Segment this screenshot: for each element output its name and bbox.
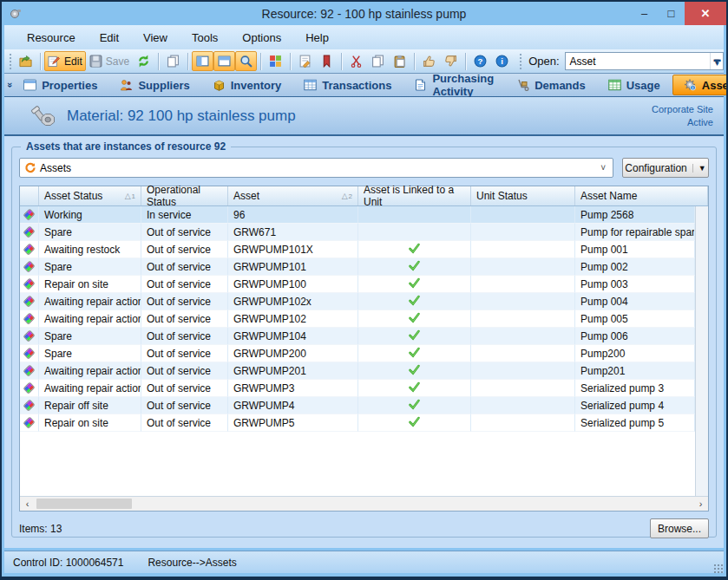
menu-resource[interactable]: Resource (18, 29, 84, 47)
tab-assets[interactable]: iAssets (672, 75, 728, 95)
copy-icon (371, 55, 384, 68)
toolbar: EditSave?i Open: Asset ▼ ▬▼ (4, 49, 724, 73)
zoom-button[interactable] (235, 51, 257, 71)
info-button[interactable]: i (491, 51, 513, 71)
column-header-asset-name[interactable]: Asset Name (575, 186, 708, 205)
table-row[interactable]: WorkingIn service96Pump 2568 (20, 206, 695, 224)
toolbar-separator (414, 53, 415, 70)
tab-demands[interactable]: Demands (506, 75, 596, 95)
column-header-icon[interactable] (20, 186, 39, 205)
column-header-asset-status[interactable]: Asset Status△1 (39, 186, 141, 205)
menu-edit[interactable]: Edit (91, 29, 128, 47)
paste-button[interactable] (389, 51, 410, 71)
bookmark-icon (320, 55, 333, 68)
toolbar-overflow-button[interactable]: ▬▼ (712, 52, 723, 70)
vertical-scrollbar[interactable] (695, 206, 708, 496)
items-count-label: Items: 13 (19, 523, 62, 535)
column-label: Asset Name (580, 190, 637, 202)
table-row[interactable]: SpareOut of serviceGRWPUMP104Pump 006 (20, 328, 695, 345)
view-selector-combobox[interactable]: Assets ˅ (19, 158, 613, 178)
tab-purchasing-activity[interactable]: Purchasing Activity (403, 75, 504, 95)
toolbar-separator (260, 53, 261, 70)
table-row[interactable]: SpareOut of serviceGRWPUMP200Pump200 (20, 345, 695, 362)
chevron-down-icon[interactable]: ▼ (692, 164, 706, 173)
cell-operational-status: Out of service (141, 380, 228, 397)
windows-icon (269, 55, 282, 68)
bookmark-button[interactable] (316, 51, 338, 71)
toolbar-grip-2[interactable] (518, 53, 523, 70)
asset-row-icon-cell (20, 224, 39, 241)
split-vertical-button[interactable] (192, 51, 213, 71)
scroll-left-icon[interactable]: ‹ (20, 499, 35, 509)
tab-label: Purchasing Activity (432, 72, 494, 98)
cell-operational-status: Out of service (141, 414, 228, 432)
close-button[interactable]: ✕ (685, 2, 726, 25)
minimize-button[interactable]: – (631, 2, 658, 25)
table-row[interactable]: Awaiting repair actionOut of serviceGRWP… (20, 310, 695, 328)
table-row[interactable]: Awaiting restockOut of serviceGRWPUMP101… (20, 241, 695, 258)
browse-button[interactable]: Browse... (650, 518, 709, 538)
toolbar-grip[interactable] (8, 53, 13, 70)
table-row[interactable]: Repair on siteOut of serviceGRWPUMP100Pu… (20, 276, 695, 293)
horizontal-scroll-track[interactable] (35, 497, 693, 511)
column-header-asset[interactable]: Asset△2 (228, 186, 358, 205)
cell-operational-status: Out of service (141, 362, 228, 380)
cell-unit-status (471, 310, 575, 328)
menu-help[interactable]: Help (297, 29, 338, 47)
scroll-right-icon[interactable]: › (693, 499, 708, 509)
approve-button[interactable] (418, 51, 440, 71)
menu-view[interactable]: View (134, 29, 176, 47)
cell-unit-status (471, 328, 575, 345)
collapse-tabs-button[interactable]: » (5, 82, 16, 88)
windows-button[interactable] (265, 51, 286, 71)
cell-asset-status: Spare (39, 258, 141, 276)
save-button[interactable]: Save (86, 51, 133, 71)
menu-options[interactable]: Options (233, 29, 290, 47)
check-icon (408, 364, 421, 378)
table-row[interactable]: Awaiting repair actionOut of serviceGRWP… (20, 362, 695, 380)
horizontal-scrollbar[interactable]: ‹ › (20, 496, 708, 511)
tab-suppliers[interactable]: Suppliers (109, 75, 200, 95)
tab-inventory[interactable]: Inventory (202, 75, 292, 95)
open-combobox[interactable]: Asset ▼ (565, 52, 724, 70)
notes-button[interactable] (294, 51, 316, 71)
cell-linked (358, 362, 471, 380)
horizontal-scroll-thumb[interactable] (36, 499, 132, 509)
cell-asset-name: Pump201 (575, 362, 695, 380)
table-row[interactable]: SpareOut of serviceGRWPUMP101Pump 002 (20, 258, 695, 276)
cell-linked (358, 293, 471, 310)
tab-usage[interactable]: Usage (598, 75, 671, 95)
copy-button[interactable] (367, 51, 389, 71)
cut-button[interactable] (345, 51, 367, 71)
reject-button[interactable] (440, 51, 462, 71)
table-row[interactable]: Repair off siteOut of serviceGRWPUMP4Ser… (20, 397, 695, 414)
asset-row-icon-cell (20, 293, 39, 310)
column-header-asset-is-linked-to-a-unit[interactable]: Asset is Linked to a Unit (358, 186, 471, 205)
column-header-operational-status[interactable]: Operational Status (141, 186, 228, 205)
cell-asset-name: Pump 002 (575, 258, 695, 276)
cell-unit-status (471, 241, 575, 258)
tab-transactions[interactable]: Transactions (293, 75, 402, 95)
cell-unit-status (471, 397, 575, 414)
split-horizontal-button[interactable] (213, 51, 235, 71)
cell-asset: GRWPUMP102 (228, 310, 358, 328)
maximize-button[interactable]: □ (658, 2, 685, 25)
edit-button[interactable]: Edit (44, 51, 86, 71)
configuration-button[interactable]: Configuration ▼ (622, 158, 709, 178)
table-row[interactable]: Awaiting repair actionOut of serviceGRWP… (20, 293, 695, 310)
table-row[interactable]: Repair on siteOut of serviceGRWPUMP5Seri… (20, 414, 695, 432)
table-row[interactable]: Awaiting repair actionOut of serviceGRWP… (20, 380, 695, 397)
suppliers-icon (120, 79, 133, 91)
refresh-button[interactable] (133, 51, 154, 71)
copy-record-button[interactable] (162, 51, 184, 71)
open-resource-button[interactable] (15, 51, 36, 71)
column-header-unit-status[interactable]: Unit Status (471, 186, 575, 205)
menu-tools[interactable]: Tools (183, 29, 226, 47)
tab-properties[interactable]: Properties (13, 75, 108, 95)
resize-grip[interactable] (713, 564, 724, 574)
table-row[interactable]: SpareOut of serviceGRW671Pump for repair… (20, 224, 695, 241)
chevron-down-icon[interactable]: ˅ (600, 163, 606, 173)
cell-operational-status: Out of service (141, 241, 228, 258)
cell-asset: GRWPUMP104 (228, 328, 358, 345)
help-button[interactable]: ? (469, 51, 491, 71)
